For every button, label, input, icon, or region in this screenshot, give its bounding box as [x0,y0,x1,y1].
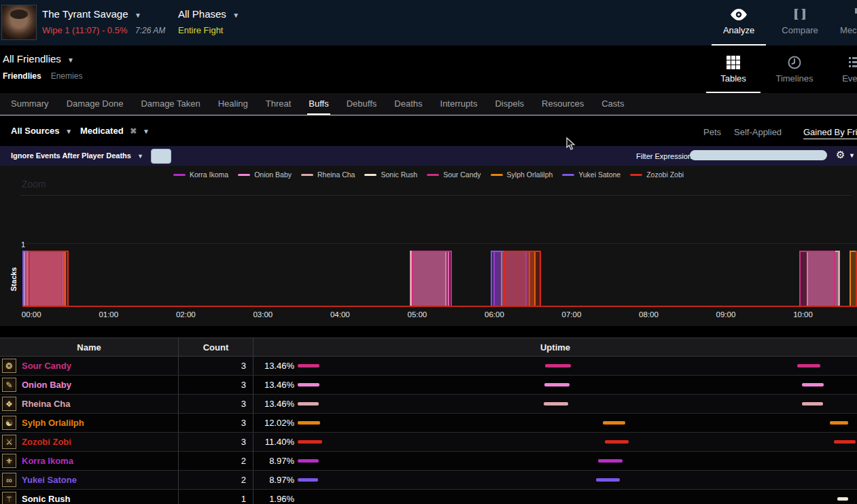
chevron-down-icon[interactable]: ▼ [849,152,855,159]
tab-casts[interactable]: Casts [593,93,633,115]
tab-threat[interactable]: Threat [257,93,300,115]
name-cell: ⚔Zozobi Zobi [0,433,179,451]
source-dropdown[interactable]: All Sources ▼ [11,126,72,136]
filter-expression-input[interactable] [690,150,827,160]
tab-interrupts[interactable]: Interrupts [432,93,487,115]
wand-job-icon: ⚚ [2,492,16,504]
tab-resources[interactable]: Resources [533,93,593,115]
column-header-uptime[interactable]: Uptime [253,338,857,356]
ignore-deaths-checkbox[interactable] [151,149,171,164]
gear-icon[interactable]: ⚙ [836,149,845,161]
uptime-percent: 13.46% [253,399,294,409]
actor-tab-enemies[interactable]: Enemies [51,71,83,81]
nav-item-analyze[interactable]: Analyze [709,5,769,35]
buff-source-name[interactable]: Sour Candy [22,361,71,371]
ignore-deaths-dropdown[interactable]: Ignore Events After Player Deaths ▼ [11,151,143,160]
count-cell: 3 [179,395,253,413]
uptime-percent: 11.40% [253,437,294,447]
buff-source-name[interactable]: Onion Baby [22,380,71,390]
count-cell: 2 [179,471,253,489]
count-cell: 3 [179,433,253,451]
ability-filter-chip[interactable]: Medicated ✖ ▼ [80,126,150,136]
buff-uptime-table: Name Count Uptime ❂Sour Candy313.46%✎Oni… [0,338,857,504]
uptime-cell: 13.46% [253,376,857,394]
boss-avatar [1,5,37,40]
buff-analysis-page: The Tyrant Savage ▼ Wipe 1 (11:07) - 0.5… [0,0,857,504]
tab-buffs[interactable]: Buffs [300,93,337,115]
scope-tab-gained-by-friendlies[interactable]: Gained By Friendlies [803,127,857,139]
tome-job-icon: ∞ [2,473,16,487]
buff-source-name[interactable]: Yukei Satone [22,475,77,485]
x-tick-label: 05:00 [402,310,432,319]
buff-source-name[interactable]: Sylph Orlalilph [22,418,84,428]
x-tick-label: 03:00 [248,310,278,319]
table-row-sour-candy[interactable]: ❂Sour Candy313.46% [0,357,857,376]
tab-damage-taken[interactable]: Damage Taken [132,93,209,115]
x-tick-label: 06:00 [479,310,509,319]
table-row-yukei-satone[interactable]: ∞Yukei Satone28.97% [0,471,857,490]
fight-selector[interactable]: The Tyrant Savage ▼ Wipe 1 (11:07) - 0.5… [42,8,165,35]
list-icon [826,54,857,71]
buff-source-name[interactable]: Zozobi Zobi [22,437,71,447]
tab-deaths[interactable]: Deaths [385,93,431,115]
column-header-count[interactable]: Count [179,338,253,356]
nav-item-timelines[interactable]: Timelines [765,54,824,84]
buff-source-name[interactable]: Korra Ikoma [22,456,73,466]
nav-item-tables[interactable]: Tables [703,54,763,84]
compare-icon [770,5,830,23]
nav-item-mechanics[interactable]: Mechanics [831,5,857,35]
vortex-job-icon: ❂ [2,359,16,373]
x-tick-label: 01:00 [94,310,124,319]
count-cell: 3 [179,414,253,432]
column-header-name[interactable]: Name [0,338,179,356]
tab-summary[interactable]: Summary [2,93,58,115]
uptime-mini-timeline [298,357,856,375]
uptime-bar-segment [298,421,320,425]
actor-group-selector[interactable]: All Friendlies ▼ [3,53,74,65]
count-cell: 3 [179,376,253,394]
uptime-bar-segment [802,402,823,406]
table-row-zozobi-zobi[interactable]: ⚔Zozobi Zobi311.40% [0,433,857,452]
phase-selector[interactable]: All Phases ▼ Entire Fight [178,8,239,35]
x-tick-label: 09:00 [711,310,741,319]
uptime-bar-segment [298,459,319,463]
uptime-percent: 8.97% [253,456,294,466]
uptime-bar-segment [298,364,319,367]
uptime-mini-timeline [298,433,856,451]
name-cell: ⚚Sonic Rush [0,490,179,504]
actor-group-label: All Friendlies [3,53,61,65]
nav-item-compare[interactable]: Compare [770,5,830,35]
scope-tab-self-applied[interactable]: Self-Applied [734,127,782,137]
uptime-cell: 1.96% [253,490,857,504]
table-row-sonic-rush[interactable]: ⚚Sonic Rush11.96% [0,490,857,504]
table-row-rheina-cha[interactable]: ❖Rheina Cha313.46% [0,395,857,414]
nav-item-label: Compare [770,25,830,35]
uptime-bar-segment [837,497,848,501]
axe-job-icon: ⚔ [2,435,16,449]
scope-tab-pets[interactable]: Pets [703,127,721,137]
uptime-bar-segment [598,459,623,463]
chevron-down-icon: ▼ [232,12,239,19]
buff-source-name[interactable]: Rheina Cha [22,399,71,409]
count-cell: 2 [179,452,253,470]
report-header: The Tyrant Savage ▼ Wipe 1 (11:07) - 0.5… [0,0,857,46]
table-row-onion-baby[interactable]: ✎Onion Baby313.46% [0,376,857,395]
uptime-percent: 12.02% [253,418,294,428]
actor-tab-friendlies[interactable]: Friendlies [3,71,41,81]
tab-dispels[interactable]: Dispels [486,93,533,115]
tab-healing[interactable]: Healing [209,93,257,115]
plot-area[interactable] [0,166,857,326]
x-tick-label: 00:00 [16,310,46,319]
table-row-korra-ikoma[interactable]: ⚜Korra Ikoma28.97% [0,452,857,471]
x-tick-label: 08:00 [633,310,663,319]
buff-source-name[interactable]: Sonic Rush [22,494,71,504]
table-row-sylph-orlalilph[interactable]: ☯Sylph Orlalilph312.02% [0,414,857,433]
nav-item-events[interactable]: Events [826,54,857,84]
tab-damage-done[interactable]: Damage Done [58,93,133,115]
uptime-bar-segment [834,440,856,444]
close-icon[interactable]: ✖ [130,126,137,136]
tab-debuffs[interactable]: Debuffs [338,93,386,115]
chevron-down-icon: ▼ [135,12,141,19]
buff-interval-zozobi-zobi [29,251,69,307]
x-tick-label: 07:00 [557,310,587,319]
